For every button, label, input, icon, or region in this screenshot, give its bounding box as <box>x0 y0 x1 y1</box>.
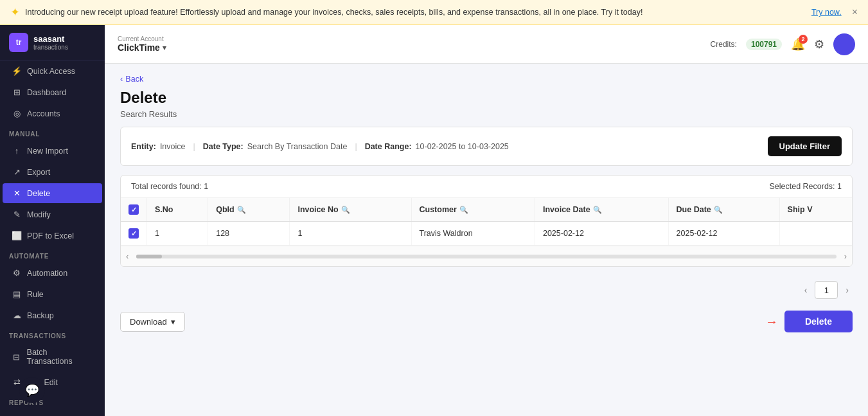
page-number-input[interactable] <box>815 281 838 299</box>
scroll-thumb[interactable] <box>136 255 162 258</box>
horizontal-scroll[interactable]: ‹ › <box>121 246 852 266</box>
banner-close-icon[interactable]: × <box>852 6 858 18</box>
qbid-search-icon[interactable]: 🔍 <box>237 206 246 214</box>
cell-invoice-no: 1 <box>290 222 411 246</box>
sidebar-item-accounts[interactable]: ◎ Accounts <box>3 104 102 123</box>
sidebar-item-live-edit[interactable]: ⇄ Live Edit <box>3 372 102 392</box>
scroll-left-icon[interactable]: ‹ <box>121 249 134 264</box>
sidebar-item-export[interactable]: ↗ Export <box>3 162 102 182</box>
account-selector[interactable]: Current Account ClickTime ▾ <box>118 35 166 53</box>
app-header: Current Account ClickTime ▾ Credits: 100… <box>105 25 868 64</box>
bottom-bar: Download ▾ → Delete <box>120 304 853 335</box>
logo-name: saasant <box>33 34 68 44</box>
sidebar-item-label: Batch Transactions <box>27 348 93 366</box>
col-customer: Customer 🔍 <box>411 198 535 222</box>
sidebar-item-label: Delete <box>27 189 50 198</box>
next-page-button[interactable]: › <box>842 284 853 296</box>
back-arrow-icon: ‹ <box>120 74 123 84</box>
account-name[interactable]: ClickTime ▾ <box>118 42 166 53</box>
download-label: Download <box>130 317 167 327</box>
customer-search-icon[interactable]: 🔍 <box>459 206 468 214</box>
table-meta: Total records found: 1 Selected Records:… <box>121 176 852 198</box>
select-all-checkbox[interactable]: ✓ <box>121 198 147 222</box>
sidebar-item-label: New Import <box>27 147 68 156</box>
date-range-label: Date Range: <box>365 142 412 151</box>
col-sno: S.No <box>147 198 208 222</box>
page-title: Delete <box>120 89 853 107</box>
date-type-label: Date Type: <box>203 142 244 151</box>
row-checkbox[interactable]: ✓ <box>121 222 147 246</box>
date-range-value: 10-02-2025 to 10-03-2025 <box>416 142 509 151</box>
pdf-icon: ⬜ <box>12 231 22 240</box>
invoice-date-search-icon[interactable]: 🔍 <box>593 206 602 214</box>
banner-text: Introducing our new receipt upload featu… <box>25 8 806 17</box>
sidebar-item-rule[interactable]: ▤ Rule <box>3 284 102 304</box>
user-avatar[interactable] <box>833 33 855 55</box>
delete-button[interactable]: Delete <box>784 311 853 332</box>
back-label: Back <box>125 75 143 84</box>
back-link[interactable]: ‹ Back <box>120 74 853 84</box>
selected-records: Selected Records: 1 <box>769 182 842 191</box>
chevron-down-icon: ▾ <box>163 44 166 52</box>
col-ship: Ship V <box>779 198 852 222</box>
delete-icon: ✕ <box>12 188 22 198</box>
cell-invoice-date: 2025-02-12 <box>535 222 668 246</box>
reports-section-label: REPORTS <box>0 393 105 409</box>
chat-bubble-button[interactable]: 💬 <box>19 377 45 403</box>
col-due-date: Due Date 🔍 <box>668 198 779 222</box>
sidebar-item-new-import[interactable]: ↑ New Import <box>3 141 102 161</box>
notification-button[interactable]: 🔔 2 <box>791 37 805 51</box>
sidebar-item-automation[interactable]: ⚙ Automation <box>3 263 102 283</box>
logo-icon: tr <box>9 33 28 52</box>
transactions-section-label: TRANSACTIONS <box>0 326 105 342</box>
new-import-icon: ↑ <box>12 146 22 156</box>
modify-icon: ✎ <box>12 210 22 219</box>
sidebar-item-delete[interactable]: ✕ Delete <box>3 183 102 203</box>
try-now-link[interactable]: Try now. <box>811 8 842 17</box>
update-filter-button[interactable]: Update Filter <box>768 136 842 156</box>
app-body: tr saasant transactions ⚡ Quick Access ⊞… <box>0 25 868 416</box>
entity-label: Entity: <box>131 142 156 151</box>
data-table: ✓ S.No QbId 🔍 Invoice No 🔍 <box>121 198 852 246</box>
prev-page-button[interactable]: ‹ <box>801 284 811 296</box>
scroll-track[interactable] <box>136 255 836 258</box>
entity-value: Invoice <box>160 142 186 151</box>
filter-bar: Entity: Invoice | Date Type: Search By T… <box>120 127 853 166</box>
sidebar-item-label: Accounts <box>27 109 60 118</box>
credits-value: 100791 <box>746 39 782 50</box>
sidebar-item-reports[interactable]: ⊟ Reports <box>3 410 102 416</box>
cell-customer: Travis Waldron <box>411 222 535 246</box>
sidebar-item-label: Rule <box>27 290 44 299</box>
page-content: ‹ Back Delete Search Results Entity: Inv… <box>105 64 868 416</box>
sidebar-item-batch-transactions[interactable]: ⊟ Batch Transactions <box>3 343 102 371</box>
sidebar-item-label: Automation <box>27 269 67 278</box>
sidebar-item-dashboard[interactable]: ⊞ Dashboard <box>3 82 102 102</box>
sidebar-item-label: Backup <box>27 311 54 320</box>
cell-qbid: 128 <box>208 222 290 246</box>
sidebar-item-label: Modify <box>27 210 51 219</box>
quick-access-icon: ⚡ <box>12 66 22 76</box>
col-invoice-no: Invoice No 🔍 <box>290 198 411 222</box>
cell-due-date: 2025-02-12 <box>668 222 779 246</box>
download-button[interactable]: Download ▾ <box>120 312 185 332</box>
filter-info: Entity: Invoice | Date Type: Search By T… <box>131 142 509 151</box>
sidebar-item-modify[interactable]: ✎ Modify <box>3 204 102 224</box>
sidebar-item-label: PDF to Excel <box>27 231 74 240</box>
sidebar-item-label: Export <box>27 168 50 177</box>
download-chevron-icon: ▾ <box>171 317 175 327</box>
sidebar-item-backup[interactable]: ☁ Backup <box>3 305 102 325</box>
due-date-search-icon[interactable]: 🔍 <box>714 206 723 214</box>
sidebar-item-label: Quick Access <box>27 67 75 76</box>
automate-section-label: AUTOMATE <box>0 246 105 262</box>
batch-icon: ⊟ <box>12 352 22 362</box>
arrow-right-icon: → <box>765 314 778 329</box>
sidebar-item-quick-access[interactable]: ⚡ Quick Access <box>3 61 102 81</box>
settings-button[interactable]: ⚙ <box>814 37 824 51</box>
sidebar-item-pdf-to-excel[interactable]: ⬜ PDF to Excel <box>3 226 102 246</box>
total-records: Total records found: 1 <box>131 182 208 191</box>
invoice-no-search-icon[interactable]: 🔍 <box>341 206 350 214</box>
scroll-right-icon[interactable]: › <box>839 249 852 264</box>
table-row: ✓ 1 128 1 Travis Waldron 2025-02-12 2025… <box>121 222 852 246</box>
cell-sno: 1 <box>147 222 208 246</box>
table-header-row: ✓ S.No QbId 🔍 Invoice No 🔍 <box>121 198 852 222</box>
